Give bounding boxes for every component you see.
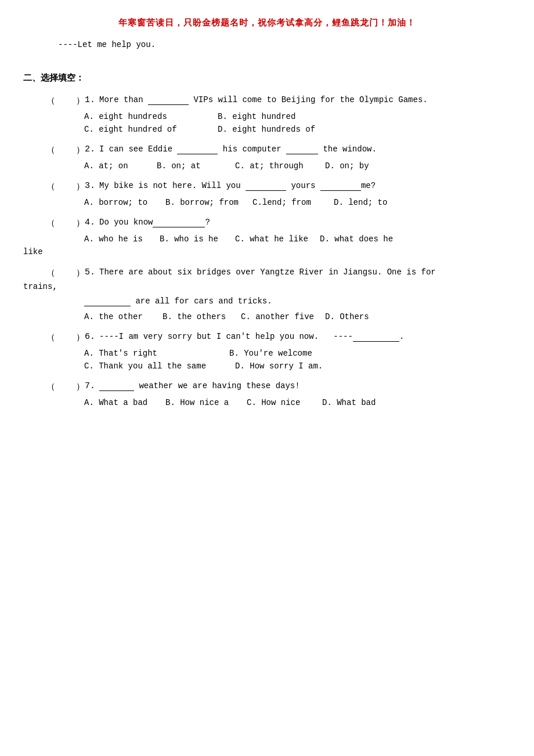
q7-option-b: B. How nice a xyxy=(165,398,235,407)
q3-number: 3. xyxy=(85,181,99,191)
q4-paren: （ ） xyxy=(46,218,85,229)
q2-option-b: B. on; at xyxy=(157,161,221,171)
section-title: 二、选择填空： xyxy=(23,73,511,84)
q6-option-c: C. Thank you all the same xyxy=(84,361,206,371)
q5-paren: （ ） xyxy=(46,267,85,278)
q5-continued-2: are all for cars and tricks. xyxy=(84,296,272,306)
question-4: （ ） 4. Do you know ? A. who he is B. who… xyxy=(23,218,511,257)
q7-option-c: C. How nice xyxy=(247,398,311,407)
q4-number: 4. xyxy=(85,218,99,227)
q3-option-d: D. lend; to xyxy=(334,198,387,207)
q4-text: Do you know ? xyxy=(99,218,210,227)
q3-option-c: C.lend; from xyxy=(252,198,322,207)
q1-number: 1. xyxy=(85,95,99,105)
q2-option-a: A. at; on xyxy=(84,161,142,171)
q2-text: I can see Eddie his computer the window. xyxy=(99,144,377,154)
q6-option-d: D. How sorry I am. xyxy=(235,361,323,371)
q7-option-d: D. What bad xyxy=(322,398,376,407)
q2-option-c: C. at; through xyxy=(235,161,311,171)
q3-option-b: B. borrow; from xyxy=(165,198,241,207)
q5-option-a: A. the other xyxy=(84,312,154,321)
q5-continued-1: trains, xyxy=(23,282,57,291)
q5-option-d: D. Others xyxy=(325,312,369,321)
question-6: （ ） 6. ----I am very sorry but I can't h… xyxy=(23,332,511,371)
q1-text: More than VIPs will come to Beijing for … xyxy=(99,95,428,105)
q3-paren: （ ） xyxy=(46,181,85,192)
q5-number: 5. xyxy=(85,267,99,277)
q4-continued: like xyxy=(23,247,43,256)
q6-option-b: B. You're welcome xyxy=(229,349,312,358)
q6-text: ----I am very sorry but I can't help you… xyxy=(99,332,404,342)
q4-option-a: A. who he is xyxy=(84,234,148,244)
q7-paren: （ ） xyxy=(46,381,85,392)
question-7: （ ） 7. weather we are having these days!… xyxy=(23,381,511,407)
q1-option-c: C. eight hundred of xyxy=(84,125,189,134)
q7-option-a: A. What a bad xyxy=(84,398,154,407)
q1-paren: （ ） xyxy=(46,95,85,106)
question-3: （ ） 3. My bike is not here. Will you you… xyxy=(23,181,511,207)
q2-option-d: D. on; by xyxy=(325,161,369,171)
q4-option-c: C. what he like xyxy=(235,234,308,244)
q3-text: My bike is not here. Will you yours me? xyxy=(99,181,376,191)
subtitle: ----Let me help you. xyxy=(58,40,511,49)
question-2: （ ） 2. I can see Eddie his computer the … xyxy=(23,144,511,171)
q2-paren: （ ） xyxy=(46,144,85,155)
q6-number: 6. xyxy=(85,332,99,342)
q6-option-a: A. That's right xyxy=(84,349,200,358)
q7-text: weather we are having these days! xyxy=(99,381,300,391)
q3-option-a: A. borrow; to xyxy=(84,198,154,207)
q1-option-d: D. eight hundreds of xyxy=(218,125,315,134)
q4-option-d: D. what does he xyxy=(320,234,393,244)
question-5: （ ） 5. There are about six bridges over … xyxy=(23,267,511,321)
q4-option-b: B. who is he xyxy=(160,234,223,244)
q6-paren: （ ） xyxy=(46,332,85,343)
q5-text: There are about six bridges over Yangtze… xyxy=(99,267,436,277)
q7-number: 7. xyxy=(85,381,99,391)
q1-option-a: A. eight hundreds xyxy=(84,112,189,121)
q5-option-b: B. the others xyxy=(163,312,232,321)
q1-option-b: B. eight hundred xyxy=(218,112,295,121)
q5-option-c: C. another five xyxy=(241,312,316,321)
question-1: （ ） 1. More than VIPs will come to Beiji… xyxy=(23,95,511,134)
header-banner: 年寒窗苦读日，只盼金榜题名时，祝你考试拿高分，鲤鱼跳龙门！加油！ xyxy=(23,17,511,28)
q2-number: 2. xyxy=(85,144,99,154)
